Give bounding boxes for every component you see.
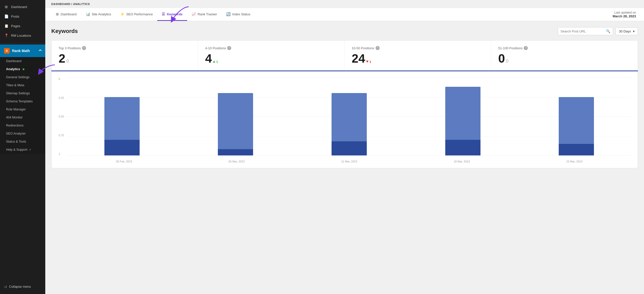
last-updated-date: March 28, 2023 (613, 14, 636, 18)
rankmath-label: Rank Math (12, 49, 30, 53)
breadcrumb-parent: DASHBOARD (51, 3, 70, 6)
card-label-text: 4-10 Positions (205, 46, 226, 50)
triangle-down-icon (366, 61, 369, 63)
bar-stack (332, 93, 367, 155)
keywords-tab-icon: ☰ (162, 12, 165, 16)
tab-rank-tracker[interactable]: 📈 Rank Tracker (187, 8, 222, 21)
submenu-item-analytics[interactable]: Analytics (0, 65, 45, 73)
tab-label: Keywords (167, 12, 182, 16)
submenu-item-404-monitor[interactable]: 404 Monitor (0, 113, 45, 121)
sub-number: 0 (66, 59, 69, 63)
last-updated: Last updated on March 28, 2023 (613, 11, 638, 18)
card-label: 10-50 Positions ? (352, 46, 484, 50)
bar-bottom (104, 140, 140, 155)
submenu-label: Status & Tools (6, 140, 26, 143)
tab-index-status[interactable]: 🔄 Index Status (222, 8, 255, 21)
chart-bars (68, 77, 631, 155)
y-label: 1 (59, 152, 66, 155)
dashboard-icon: ⊞ (4, 5, 9, 9)
bar-top (445, 87, 480, 140)
card-label-text: Top 3 Positions (59, 46, 81, 50)
keywords-header: Keywords 🔍 30 Days ▾ (51, 27, 638, 35)
submenu-label: Dashboard (6, 59, 21, 63)
tab-keywords[interactable]: ☰ Keywords (157, 8, 187, 21)
submenu-item-seo-analyzer[interactable]: SEO Analyzer (0, 130, 45, 138)
submenu-label: Help & Support (6, 148, 27, 151)
sidebar-item-label: Pages (11, 24, 20, 28)
submenu-item-schema[interactable]: Schema Templates (0, 97, 45, 105)
change-indicator: 1 (366, 60, 371, 63)
external-link-icon: ↗ (29, 148, 31, 151)
submenu-item-redirections[interactable]: Redirections (0, 121, 45, 130)
chart-container: 1 0.75 0.50 0.25 0 (51, 71, 638, 168)
bar-group (522, 77, 631, 155)
sidebar-item-rm-locations[interactable]: 📍 RM Locations (0, 31, 45, 40)
tab-site-analytics[interactable]: 📊 Site Analytics (81, 8, 116, 21)
card-label-text: 10-50 Positions (352, 46, 374, 50)
search-url-input[interactable] (560, 29, 605, 33)
submenu-label: Redirections (6, 124, 23, 127)
sidebar-item-label: RM Locations (11, 34, 31, 37)
position-card-51-100: 51-100 Positions ? 0 0 (491, 40, 638, 70)
submenu-item-rm-dashboard[interactable]: Dashboard (0, 57, 45, 65)
submenu-item-titles-meta[interactable]: Titles & Meta (0, 81, 45, 89)
submenu-item-general-settings[interactable]: General Settings (0, 73, 45, 81)
help-icon[interactable]: ? (227, 46, 231, 50)
submenu-item-role-manager[interactable]: Role Manager (0, 105, 45, 113)
card-label-text: 51-100 Positions (498, 46, 523, 50)
sidebar-divider (0, 43, 45, 44)
breadcrumb: DASHBOARD / ANALYTICS (45, 0, 644, 8)
card-label: Top 3 Positions ? (59, 46, 191, 50)
sidebar-top-items: ⊞ Dashboard 📄 Posts 📋 Pages 📍 RM Locatio… (0, 0, 45, 42)
collapse-menu-button[interactable]: ◁ Collapse menu (0, 282, 45, 291)
sidebar-item-pages[interactable]: 📋 Pages (0, 21, 45, 31)
bar-bottom (445, 140, 480, 155)
submenu-label: 404 Monitor (6, 116, 23, 119)
tab-label: SEO Performance (126, 12, 153, 16)
dashboard-tab-icon: ⊞ (56, 12, 59, 16)
submenu-label: Role Manager (6, 108, 26, 111)
help-icon[interactable]: ? (82, 46, 86, 50)
bar-bottom (559, 144, 594, 156)
position-card-10-50: 10-50 Positions ? 24 1 (345, 40, 491, 70)
help-icon[interactable]: ? (376, 46, 380, 50)
bar-group (295, 77, 404, 155)
sidebar-item-posts[interactable]: 📄 Posts (0, 12, 45, 21)
active-dot (23, 68, 24, 70)
y-label: 0.50 (59, 115, 66, 118)
days-filter-label: 30 Days (619, 29, 631, 33)
rank-tracker-tab-icon: 📈 (192, 12, 196, 16)
card-value: 24 1 (352, 53, 484, 65)
submenu-item-help-support[interactable]: Help & Support ↗ (0, 146, 45, 154)
sidebar-item-label: Dashboard (11, 5, 27, 9)
help-icon[interactable]: ? (524, 46, 528, 50)
days-filter[interactable]: 30 Days ▾ (616, 27, 638, 35)
rankmath-header[interactable]: R Rank Math (0, 45, 45, 57)
page-title: Keywords (51, 28, 78, 34)
card-value: 2 0 (59, 53, 191, 65)
bar-top (559, 97, 594, 144)
card-value: 0 0 (498, 53, 631, 65)
sidebar-item-dashboard[interactable]: ⊞ Dashboard (0, 2, 45, 12)
submenu-item-status-tools[interactable]: Status & Tools (0, 138, 45, 146)
submenu-label: General Settings (6, 75, 29, 79)
chevron-icon (39, 49, 42, 52)
grid-line (68, 155, 631, 156)
change-indicator: 1 (213, 60, 218, 63)
rankmath-logo: R (4, 48, 10, 54)
main-number: 4 (205, 53, 212, 65)
bar-stack (445, 87, 480, 155)
pages-icon: 📋 (4, 24, 9, 28)
site-analytics-tab-icon: 📊 (86, 12, 90, 16)
search-icon: 🔍 (606, 29, 610, 33)
main-content: DASHBOARD / ANALYTICS ⊞ Dashboard 📊 Site… (45, 0, 644, 294)
submenu-item-sitemap[interactable]: Sitemap Settings (0, 89, 45, 97)
x-label: 18 Mar, 2023 (406, 160, 518, 163)
position-card-4-10: 4-10 Positions ? 4 1 (198, 40, 345, 70)
bar-top (104, 97, 140, 140)
tab-dashboard[interactable]: ⊞ Dashboard (51, 8, 81, 21)
main-number: 0 (498, 53, 505, 65)
submenu-label: Titles & Meta (6, 83, 24, 87)
bar-stack (104, 97, 140, 156)
tab-seo-performance[interactable]: ⚡ SEO Performance (116, 8, 157, 21)
